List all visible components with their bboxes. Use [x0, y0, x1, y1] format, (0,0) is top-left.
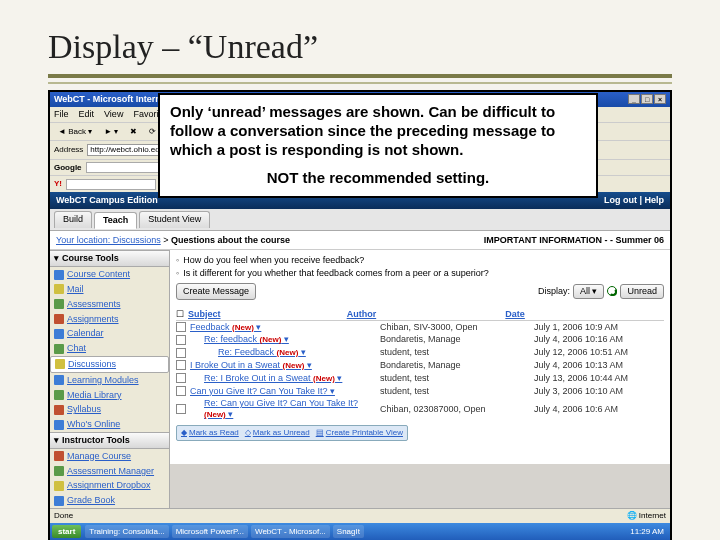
forward-button[interactable]: ► ▾	[100, 125, 122, 139]
help-link[interactable]: Help	[644, 195, 664, 205]
sidebar-item-label: Chat	[67, 343, 86, 354]
select-all-checkbox[interactable]: ☐	[176, 309, 188, 320]
yahoo-logo: Y!	[54, 179, 62, 189]
task-item[interactable]: Training: Consolida...	[85, 525, 168, 539]
sidebar-item-assignments[interactable]: Assignments	[50, 312, 169, 327]
sidebar-item-label: Assignments	[67, 314, 119, 325]
topic-intro: ◦How do you feel when you receive feedba…	[176, 254, 664, 280]
menu-file[interactable]: File	[54, 109, 69, 120]
sidebar-item-calendar[interactable]: Calendar	[50, 326, 169, 341]
instructor-item-manage-course[interactable]: Manage Course	[50, 449, 169, 464]
task-item[interactable]: Microsoft PowerP...	[172, 525, 248, 539]
message-subject[interactable]: Can you Give It? Can You Take It? ▾	[190, 386, 376, 397]
nav-instructor-tools-header[interactable]: ▾ Instructor Tools	[50, 432, 169, 449]
sidebar-item-discussions[interactable]: Discussions	[50, 356, 169, 373]
message-subject[interactable]: I Broke Out in a Sweat (New) ▾	[190, 360, 376, 371]
callout-text: Only ‘unread’ messages are shown. Can be…	[170, 103, 586, 159]
message-author: student, test	[380, 386, 530, 397]
task-item[interactable]: SnagIt	[333, 525, 364, 539]
webct-brand: WebCT Campus Edition	[56, 195, 158, 206]
nav-icon	[54, 451, 64, 461]
sidebar-item-label: Assessments	[67, 299, 121, 310]
nav-course-tools-header[interactable]: ▾ Course Tools	[50, 250, 169, 267]
start-button[interactable]: start	[52, 525, 81, 539]
table-row: Re: Feedback (New) ▾student, testJuly 12…	[176, 346, 664, 359]
tab-student[interactable]: Student View	[139, 211, 210, 228]
display-unread-button[interactable]: Unread	[620, 284, 664, 299]
window-buttons: _□×	[627, 94, 666, 105]
col-date[interactable]: Date	[505, 309, 664, 320]
sidebar-item-label: Discussions	[68, 359, 116, 370]
row-checkbox[interactable]	[176, 404, 186, 414]
sidebar-item-label: Assessment Manager	[67, 466, 154, 477]
sidebar-item-assessments[interactable]: Assessments	[50, 297, 169, 312]
instructor-item-assessment-manager[interactable]: Assessment Manager	[50, 464, 169, 479]
stop-button[interactable]: ✖	[126, 125, 141, 139]
create-message-button[interactable]: Create Message	[176, 283, 256, 300]
main-content: ◦How do you feel when you receive feedba…	[170, 250, 670, 464]
logout-link[interactable]: Log out	[604, 195, 637, 205]
status-bar: Done 🌐 Internet	[50, 508, 670, 523]
new-badge: (New)	[277, 348, 299, 357]
bullet-icon: ◦	[176, 268, 179, 279]
sidebar-item-who-s-online[interactable]: Who's Online	[50, 417, 169, 432]
message-subject[interactable]: Re: feedback (New) ▾	[190, 334, 376, 345]
sidebar-item-syllabus[interactable]: Syllabus	[50, 402, 169, 417]
back-button[interactable]: ◄ Back ▾	[54, 125, 96, 139]
sidebar-item-label: Syllabus	[67, 404, 101, 415]
tab-build[interactable]: Build	[54, 211, 92, 228]
message-subject[interactable]: Re: Feedback (New) ▾	[190, 347, 376, 358]
nav-icon	[54, 314, 64, 324]
nav-icon	[54, 420, 64, 430]
new-badge: (New)	[204, 410, 226, 419]
breadcrumb-link[interactable]: Your location: Discussions	[56, 235, 161, 245]
minimize-button[interactable]: _	[628, 94, 640, 104]
col-subject[interactable]: Subject	[188, 309, 347, 320]
yahoo-search-input[interactable]	[66, 179, 156, 190]
maximize-button[interactable]: □	[641, 94, 653, 104]
close-button[interactable]: ×	[654, 94, 666, 104]
instructor-item-grade-book[interactable]: Grade Book	[50, 493, 169, 508]
instructor-item-assignment-dropbox[interactable]: Assignment Dropbox	[50, 478, 169, 493]
nav-icon	[54, 466, 64, 476]
table-row: Re: I Broke Out in a Sweat (New) ▾studen…	[176, 372, 664, 385]
new-badge: (New)	[260, 335, 282, 344]
sidebar-item-mail[interactable]: Mail	[50, 282, 169, 297]
sidebar-item-chat[interactable]: Chat	[50, 341, 169, 356]
sidebar-item-learning-modules[interactable]: Learning Modules	[50, 373, 169, 388]
sidebar-item-label: Manage Course	[67, 451, 131, 462]
message-date: July 12, 2006 10:51 AM	[534, 347, 664, 358]
mark-read-button[interactable]: ◆ Mark as Read	[181, 428, 239, 438]
display-all-button[interactable]: All ▾	[573, 284, 605, 299]
menu-edit[interactable]: Edit	[79, 109, 95, 120]
mark-unread-button[interactable]: ◇ Mark as Unread	[245, 428, 310, 438]
table-row: Feedback (New) ▾Chiban, SIV-3000, OpenJu…	[176, 321, 664, 334]
message-subject[interactable]: Re: Can you Give It? Can You Take It? (N…	[190, 398, 376, 420]
row-checkbox[interactable]	[176, 322, 186, 332]
sidebar-item-label: Media Library	[67, 390, 122, 401]
nav-icon	[54, 481, 64, 491]
course-title: IMPORTANT INFORMATION - - Summer 06	[484, 235, 664, 246]
col-author[interactable]: Author	[347, 309, 506, 320]
refresh-icon[interactable]	[607, 286, 617, 296]
row-checkbox[interactable]	[176, 335, 186, 345]
message-author: student, test	[380, 373, 530, 384]
message-author: Bondaretis, Manage	[380, 334, 530, 345]
message-subject[interactable]: Re: I Broke Out in a Sweat (New) ▾	[190, 373, 376, 384]
sidebar-item-label: Assignment Dropbox	[67, 480, 151, 491]
row-checkbox[interactable]	[176, 360, 186, 370]
message-subject[interactable]: Feedback (New) ▾	[190, 322, 376, 333]
task-item[interactable]: WebCT - Microsof...	[251, 525, 330, 539]
nav-icon	[54, 284, 64, 294]
sidebar-item-course-content[interactable]: Course Content	[50, 267, 169, 282]
row-checkbox[interactable]	[176, 348, 186, 358]
sidebar-item-media-library[interactable]: Media Library	[50, 388, 169, 403]
printable-button[interactable]: ▤ Create Printable View	[316, 428, 403, 438]
row-checkbox[interactable]	[176, 386, 186, 396]
selected-actions: ◆ Mark as Read ◇ Mark as Unread ▤ Create…	[176, 425, 408, 441]
row-checkbox[interactable]	[176, 373, 186, 383]
tab-teach[interactable]: Teach	[94, 212, 137, 229]
message-date: July 1, 2006 10:9 AM	[534, 322, 664, 333]
menu-view[interactable]: View	[104, 109, 123, 120]
intro-line: Is it different for you whether that fee…	[183, 268, 489, 279]
